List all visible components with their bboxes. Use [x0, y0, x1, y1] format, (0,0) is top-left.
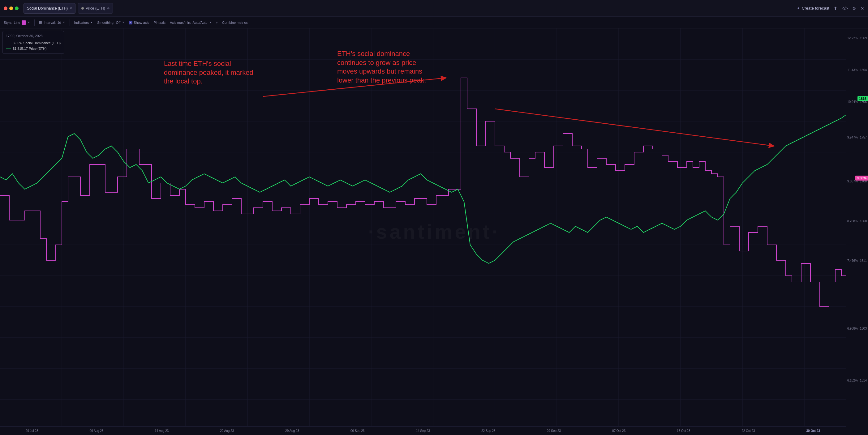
x-tick-sep22: 22 Sep 23	[481, 429, 496, 433]
pin-axis-label: Pin axis	[153, 21, 165, 25]
tab-price[interactable]: Price (ETH) ⊕	[78, 3, 113, 13]
legend-date: 17:00, October 30, 2023	[6, 33, 61, 39]
combine-metrics-label: Combine metrics	[222, 21, 248, 25]
y-pct-7476: 7.476%	[847, 259, 858, 263]
price-dash	[6, 48, 11, 49]
price-badge-pink: 9.06%	[855, 176, 868, 180]
close-icon[interactable]: ✕	[861, 6, 864, 11]
interval-value: 1d	[57, 21, 61, 25]
y-pct-1143: 11.43%	[847, 68, 858, 72]
chart-svg	[0, 28, 846, 426]
combine-metrics-selector[interactable]: Combine metrics	[222, 21, 248, 25]
y-pct-8288: 8.288%	[847, 220, 858, 223]
style-chevron: ▼	[28, 21, 30, 24]
price-badge-green: 1816	[858, 96, 868, 101]
x-tick-sep29: 29 Sep 23	[547, 429, 561, 433]
topbar: Social Dominance (ETH) ✕ Price (ETH) ⊕ ✦…	[0, 0, 868, 17]
y-pct-9947: 9.947%	[847, 136, 858, 139]
x-tick-oct15: 15 Oct 23	[677, 429, 690, 433]
star-icon: ✦	[797, 6, 800, 10]
legend-row-dominance: 8.86% Social Dominance (ETH)	[6, 40, 61, 46]
chart-area: ·santiment·	[0, 28, 868, 435]
interval-chevron: ▼	[63, 21, 65, 24]
style-value: Line	[14, 21, 21, 25]
dominance-dash	[6, 43, 11, 43]
social-dominance-line	[0, 78, 846, 307]
tab1-label: Social Dominance (ETH)	[27, 6, 68, 10]
topbar-right: ✦ Create forecast ⬆ </> ⚙ ✕	[797, 6, 864, 11]
svg-line-25	[263, 78, 445, 96]
smoothing-chevron: ▼	[122, 21, 124, 24]
show-axis-checkbox[interactable]	[129, 21, 132, 25]
legend-row-price: $1,815.17 Price (ETH)	[6, 46, 61, 52]
color-swatch	[22, 21, 26, 25]
window-controls	[4, 6, 19, 10]
settings-icon[interactable]: ⚙	[852, 6, 856, 11]
y-pct-6988: 6.988%	[847, 327, 858, 330]
add-metric-button[interactable]: +	[216, 21, 218, 25]
y-pct-6182: 6.182%	[847, 379, 858, 382]
legend-price: $1,815.17 Price (ETH)	[13, 46, 46, 52]
interval-selector[interactable]: ▦ Interval: 1d ▼	[39, 21, 65, 25]
tab2-label: Price (ETH)	[86, 6, 105, 10]
indicators-selector[interactable]: Indicators ▼	[74, 21, 93, 25]
pin-axis-toggle[interactable]: Pin axis	[153, 21, 165, 25]
smoothing-label: Smoothing:	[97, 21, 115, 25]
x-tick-sep14: 14 Sep 23	[416, 429, 430, 433]
axis-maxmin-label: Axis max/min:	[170, 21, 191, 25]
show-axis-toggle[interactable]: Show axis	[129, 21, 149, 25]
indicators-label: Indicators	[74, 21, 89, 25]
y-axis-right: 1969 1854 1805 1757 1708 1660 1611 1503 …	[846, 28, 868, 426]
x-tick-aug06: 06 Aug 23	[89, 429, 103, 433]
smoothing-value: Off	[116, 21, 120, 25]
x-axis: 29 Jul 23 06 Aug 23 14 Aug 23 22 Aug 23 …	[0, 426, 846, 435]
tab2-dot	[81, 7, 84, 9]
upload-icon[interactable]: ⬆	[834, 6, 837, 11]
x-tick-oct30: 30 Oct 23	[806, 429, 820, 433]
y-tick-1969: 1969	[860, 36, 867, 40]
x-tick-aug14: 14 Aug 23	[155, 429, 168, 433]
tab-social-dominance[interactable]: Social Dominance (ETH) ✕	[24, 3, 75, 13]
y-tick-1660: 1660	[860, 220, 867, 223]
x-tick-jul29: 29 Jul 23	[26, 429, 38, 433]
x-tick-sep06: 06 Sep 23	[350, 429, 365, 433]
legend-dominance: 8.86% Social Dominance (ETH)	[13, 40, 61, 46]
y-pct-1222: 12.22%	[847, 36, 858, 40]
tab1-close[interactable]: ✕	[70, 6, 72, 10]
style-selector[interactable]: Style: Line ▼	[4, 21, 30, 25]
create-forecast-label: Create forecast	[802, 6, 829, 10]
show-axis-label: Show axis	[134, 21, 149, 25]
indicators-chevron: ▼	[90, 21, 93, 24]
tab2-close[interactable]: ⊕	[107, 6, 110, 10]
interval-icon: ▦	[39, 21, 42, 25]
chart-legend: 17:00, October 30, 2023 8.86% Social Dom…	[2, 31, 64, 54]
style-label: Style:	[4, 21, 12, 25]
toolbar: Style: Line ▼ ▦ Interval: 1d ▼ Indicator…	[0, 17, 868, 28]
y-pct-1094: 10.94%	[847, 100, 858, 104]
svg-line-26	[495, 109, 773, 146]
y-tick-1611: 1611	[860, 259, 867, 263]
divider1	[34, 20, 35, 26]
axis-maxmin-selector[interactable]: Axis max/min: Auto/Auto ▼	[170, 21, 212, 25]
interval-label: Interval:	[43, 21, 56, 25]
y-tick-1854: 1854	[860, 68, 867, 72]
minimize-button[interactable]	[9, 6, 13, 10]
x-tick-oct22: 22 Oct 23	[742, 429, 755, 433]
code-icon[interactable]: </>	[842, 6, 848, 11]
y-tick-1514: 1514	[860, 379, 867, 382]
axis-maxmin-value: Auto/Auto	[192, 21, 207, 25]
axis-maxmin-chevron: ▼	[209, 21, 212, 24]
y-tick-1757: 1757	[860, 136, 867, 139]
maximize-button[interactable]	[15, 6, 19, 10]
x-tick-aug29: 29 Aug 23	[285, 429, 299, 433]
x-tick-aug22: 22 Aug 23	[220, 429, 234, 433]
y-tick-1503: 1503	[860, 327, 867, 330]
smoothing-selector[interactable]: Smoothing: Off ▼	[97, 21, 124, 25]
price-line	[0, 115, 846, 263]
x-tick-oct07: 07 Oct 23	[612, 429, 625, 433]
close-button[interactable]	[4, 6, 7, 10]
create-forecast-button[interactable]: ✦ Create forecast	[797, 6, 829, 10]
add-icon: +	[216, 21, 218, 25]
